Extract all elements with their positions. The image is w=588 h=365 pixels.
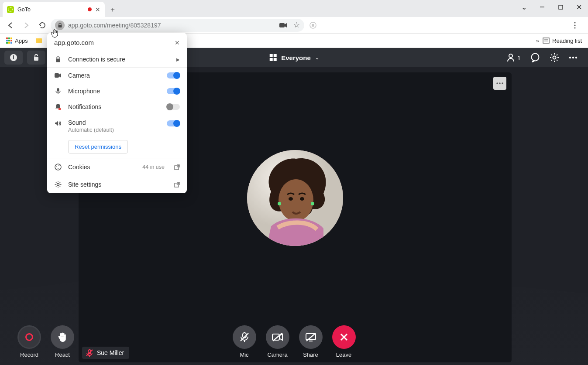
camera-off-icon xyxy=(272,332,284,342)
grid-icon xyxy=(269,54,277,61)
svg-point-38 xyxy=(278,202,281,205)
apps-label: Apps xyxy=(15,38,28,44)
connection-secure-row[interactable]: Connection is secure ▶ xyxy=(47,51,187,67)
bookmark-folder[interactable] xyxy=(36,38,42,43)
bookmark-star-icon[interactable]: ☆ xyxy=(293,20,300,30)
svg-rect-48 xyxy=(272,334,279,340)
svg-point-7 xyxy=(574,24,575,26)
camera-perm-label: Camera xyxy=(68,72,161,79)
connection-secure-label: Connection is secure xyxy=(68,56,170,63)
reset-permissions-button[interactable]: Reset permissions xyxy=(68,140,128,154)
omnibox[interactable]: app.goto.com/meeting/805328197 ☆ xyxy=(51,19,304,32)
mic-icon xyxy=(54,88,62,95)
svg-line-28 xyxy=(551,60,552,61)
svg-line-72 xyxy=(56,186,57,187)
svg-rect-14 xyxy=(34,57,38,61)
react-label: React xyxy=(55,351,70,358)
close-icon xyxy=(339,332,349,342)
record-label: Record xyxy=(20,351,38,358)
camera-control[interactable]: Camera xyxy=(266,325,289,358)
open-external-icon xyxy=(174,164,180,170)
svg-line-73 xyxy=(60,182,61,183)
svg-point-34 xyxy=(499,82,500,84)
svg-line-26 xyxy=(551,55,552,55)
layout-label: Everyone xyxy=(281,54,311,61)
camera-toggle[interactable] xyxy=(167,72,180,78)
folder-icon xyxy=(36,38,42,43)
camera-button[interactable] xyxy=(266,325,289,349)
record-control[interactable]: Record xyxy=(17,325,41,358)
svg-point-33 xyxy=(496,82,498,84)
open-external-icon xyxy=(174,182,180,188)
participants-button[interactable]: 1 xyxy=(507,53,521,62)
svg-rect-17 xyxy=(269,58,272,61)
window-close-icon[interactable]: ✕ xyxy=(570,0,588,14)
apps-grid-icon xyxy=(6,38,12,44)
browser-menu-icon[interactable] xyxy=(568,18,582,32)
record-button[interactable] xyxy=(17,325,41,349)
react-control[interactable]: React xyxy=(51,325,74,358)
svg-rect-1 xyxy=(559,5,563,9)
forward-button[interactable] xyxy=(19,18,33,32)
back-button[interactable] xyxy=(3,18,17,32)
extension-icon[interactable] xyxy=(306,18,320,32)
reading-list-label: Reading list xyxy=(552,38,582,44)
cookies-row[interactable]: Cookies 44 in use xyxy=(47,158,187,176)
chevron-right-icon[interactable]: » xyxy=(536,38,539,44)
apps-bookmark[interactable]: Apps xyxy=(6,38,28,44)
chevron-down-icon: ⌄ xyxy=(315,55,319,61)
share-button[interactable] xyxy=(299,325,323,349)
mic-off-icon xyxy=(239,331,250,343)
goto-favicon xyxy=(7,6,14,13)
share-label: Share xyxy=(303,351,318,358)
svg-point-8 xyxy=(574,27,575,28)
meeting-info-button[interactable]: i xyxy=(4,51,23,65)
camera-label: Camera xyxy=(267,351,287,358)
svg-rect-5 xyxy=(312,24,314,27)
reload-button[interactable] xyxy=(35,18,49,32)
notification-icon xyxy=(54,103,62,110)
share-control[interactable]: Share xyxy=(299,325,323,358)
dropdown-icon[interactable]: ⌄ xyxy=(515,0,533,14)
svg-point-40 xyxy=(289,197,293,201)
svg-rect-55 xyxy=(56,59,60,62)
tab-close-icon[interactable]: ✕ xyxy=(95,6,100,13)
mic-button[interactable] xyxy=(233,325,256,349)
site-info-popup: app.goto.com ✕ Connection is secure ▶ Ca… xyxy=(47,33,187,193)
microphone-toggle[interactable] xyxy=(167,88,180,94)
leave-control[interactable]: Leave xyxy=(332,325,356,358)
react-button[interactable] xyxy=(51,325,74,349)
svg-line-71 xyxy=(60,186,61,187)
gear-icon xyxy=(550,53,559,62)
leave-button[interactable] xyxy=(332,325,356,349)
cursor-pointer-icon xyxy=(51,29,59,39)
mic-perm-label: Microphone xyxy=(68,88,161,95)
svg-rect-56 xyxy=(55,73,59,78)
window-minimize-icon[interactable] xyxy=(533,0,551,14)
svg-point-21 xyxy=(553,56,556,59)
more-button[interactable] xyxy=(569,56,578,59)
layout-selector[interactable]: Everyone ⌄ xyxy=(269,54,319,61)
tab-title: GoTo xyxy=(17,7,84,13)
svg-point-6 xyxy=(574,22,575,23)
cookies-label: Cookies xyxy=(68,164,136,171)
site-settings-row[interactable]: Site settings xyxy=(47,176,187,193)
window-maximize-icon[interactable] xyxy=(551,0,570,14)
notif-perm-label: Notifications xyxy=(68,103,161,110)
camera-indicator-icon[interactable] xyxy=(279,22,287,28)
chat-button[interactable] xyxy=(530,53,540,62)
popup-close-icon[interactable]: ✕ xyxy=(175,39,180,46)
new-tab-button[interactable]: ＋ xyxy=(107,3,119,16)
svg-point-41 xyxy=(300,197,304,201)
settings-button[interactable] xyxy=(550,53,559,62)
mic-control[interactable]: Mic xyxy=(233,325,256,358)
notifications-toggle[interactable] xyxy=(167,104,180,110)
svg-rect-18 xyxy=(273,58,276,61)
svg-rect-15 xyxy=(269,54,272,57)
reading-list-button[interactable]: Reading list xyxy=(543,38,582,44)
tile-more-button[interactable] xyxy=(493,77,506,90)
svg-point-61 xyxy=(56,166,57,167)
sound-toggle[interactable] xyxy=(167,120,180,126)
meeting-lock-button[interactable] xyxy=(27,51,45,65)
browser-tab[interactable]: GoTo ✕ xyxy=(3,2,105,17)
